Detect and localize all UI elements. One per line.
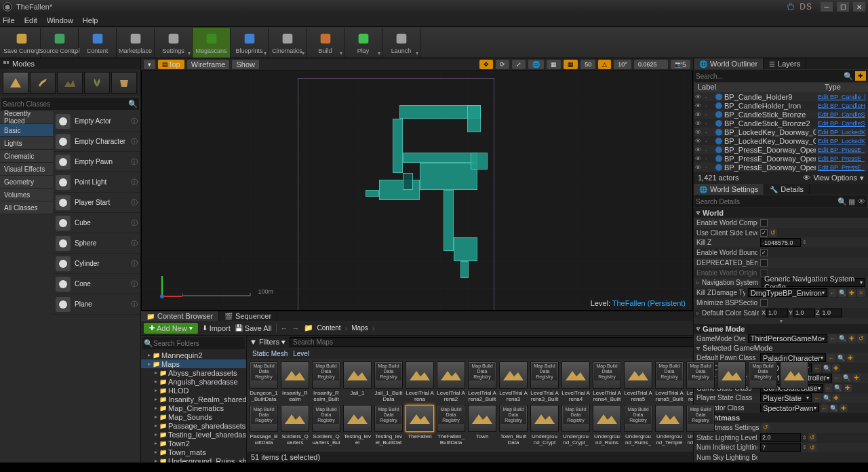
static-level-input[interactable] <box>760 433 801 442</box>
chk-client-side[interactable]: ✓ <box>760 229 768 237</box>
transform-rotate[interactable]: ⟳ <box>496 60 509 69</box>
info-icon[interactable]: ⓘ <box>131 218 138 228</box>
os-taskbar[interactable] <box>0 463 868 472</box>
visibility-icon[interactable]: 👁 <box>695 94 703 100</box>
menu-edit[interactable]: Edit <box>24 16 37 24</box>
visibility-icon[interactable]: 👁 <box>695 146 703 153</box>
tab-sequencer[interactable]: 🎬 Sequencer <box>219 311 277 321</box>
grid-snap-value[interactable]: 50 <box>580 60 595 69</box>
save-all-button[interactable]: 💾 Save All <box>235 324 272 332</box>
angle-snap[interactable]: △ <box>598 60 611 69</box>
section-gamemode[interactable]: ▿ Game Mode <box>694 324 868 334</box>
scale-snap-value[interactable]: 0.0625 <box>634 60 668 69</box>
mode-landscape[interactable] <box>57 72 83 94</box>
viewport-mode-button[interactable]: ▤ Top <box>158 60 184 69</box>
visibility-icon[interactable]: 👁 <box>695 129 703 136</box>
outliner-row[interactable]: 👁·BP_PressE_Doorway_OpenClose10Edit BP_P… <box>694 145 868 154</box>
asset-item[interactable]: Town <box>468 405 496 446</box>
marketplace-icon[interactable] <box>786 2 795 12</box>
asset-item[interactable]: Map BuildData RegistryInsanity_Realm_Bui… <box>312 361 340 402</box>
crumb-maps[interactable]: Maps <box>351 324 368 332</box>
folder-row[interactable]: ▸📁Testing_level_sharedassets <box>141 430 246 439</box>
asset-item[interactable]: TheFallen <box>406 405 434 446</box>
asset-item[interactable]: Map BuildData RegistryTown_Built Data <box>499 405 528 446</box>
expand-arrow[interactable]: ▾ <box>694 318 868 324</box>
asset-item[interactable]: Map BuildData RegistrySoldiers_Quarters_… <box>312 405 340 446</box>
folders-search[interactable]: 🔍 <box>142 337 245 349</box>
add-new-button[interactable]: ✚ Add New ▾ <box>144 323 198 334</box>
asset-item[interactable]: LevelTrial Arena <box>406 361 434 402</box>
category-cinematic[interactable]: Cinematic <box>0 150 53 163</box>
category-visual-effects[interactable]: Visual Effects <box>0 163 53 176</box>
matrix-icon[interactable]: ▦ <box>847 197 856 206</box>
add-icon[interactable]: ✚ <box>848 289 856 297</box>
mode-place[interactable] <box>3 72 28 94</box>
section-selected-gm[interactable]: ▿ Selected GameMode <box>694 344 868 353</box>
edit-link[interactable]: Edit BP_CandleS <box>818 111 867 118</box>
asset-item[interactable]: Map BuildData RegistryJail_1_Built Data <box>374 361 403 402</box>
toolbar-launch[interactable]: Launch▾ <box>382 28 420 58</box>
asset-item[interactable]: Map BuildData RegistryUnderground_Ruins_… <box>624 405 652 446</box>
place-item[interactable]: Empty Pawnⓘ <box>53 152 140 172</box>
info-icon[interactable]: ⓘ <box>131 178 138 187</box>
outliner-list[interactable]: 👁·BP_Candle_Holder9Edit BP_Candle_l👁·BP_… <box>694 92 868 172</box>
tab-content-browser[interactable]: 📁 Content Browser <box>141 311 219 321</box>
place-item[interactable]: Player Startⓘ <box>53 193 140 213</box>
colx[interactable] <box>766 309 788 317</box>
asset-item[interactable]: LevelTrial Arena3 <box>499 361 528 402</box>
asset-item[interactable]: Map BuildData RegistryDungeon_1_BuiltDat… <box>250 361 278 402</box>
category-basic[interactable]: Basic <box>0 124 53 137</box>
filters-button[interactable]: ▼ Filters ▾ <box>250 338 285 347</box>
nav-forward[interactable]: → <box>292 324 300 332</box>
coly[interactable] <box>793 309 815 317</box>
toolbar-settings[interactable]: Settings▾ <box>155 28 193 58</box>
place-item[interactable]: Cylinderⓘ <box>53 254 140 274</box>
reset-icon[interactable]: ↺ <box>762 423 770 431</box>
place-item[interactable]: Planeⓘ <box>53 294 140 315</box>
info-icon[interactable]: ⓘ <box>131 157 138 167</box>
folders-search-input[interactable] <box>153 340 243 347</box>
tab-details[interactable]: 🔧 Details <box>764 184 810 195</box>
folder-row[interactable]: ▸📁Maps <box>141 359 246 368</box>
edit-link[interactable]: Edit BP_PressE_ <box>818 155 867 162</box>
outliner-row[interactable]: 👁·BP_PressE_Doorway_OpenClose11Edit BP_P… <box>694 154 868 163</box>
transform-scale[interactable]: ⤢ <box>512 60 526 69</box>
info-icon[interactable]: ⓘ <box>131 198 138 208</box>
nav-back-icon[interactable]: ← <box>829 289 837 297</box>
angle-snap-value[interactable]: 10° <box>614 60 631 69</box>
ps-combo[interactable]: PlayerState▾ <box>760 393 812 402</box>
colz[interactable] <box>821 309 842 317</box>
viewport-show-button[interactable]: Show <box>232 60 259 69</box>
killzd-combo[interactable]: DmgTypeBP_Environ▾ <box>748 288 827 297</box>
details-search-input[interactable] <box>696 198 837 205</box>
viewport[interactable]: 100m Level: TheFallen (Persistent) <box>141 71 693 311</box>
category-lights[interactable]: Lights <box>0 137 53 150</box>
nav-combo[interactable]: Generic Navigation System Config▾ <box>762 278 865 287</box>
visibility-icon[interactable]: 👁 <box>695 120 703 127</box>
surface-snap[interactable]: ▦ <box>547 60 561 69</box>
section-world[interactable]: ▿ World <box>694 208 868 218</box>
outliner-row[interactable]: 👁·BP_LockedKey_Doorway_OpenCloseEdit BP_… <box>694 127 868 136</box>
asset-item[interactable]: LevelTrial Arena2 <box>437 361 465 402</box>
info-icon[interactable]: ⓘ <box>131 117 138 126</box>
folder-row[interactable]: ▸📁Insanity_Realm_sharedass <box>141 395 246 404</box>
folder-row[interactable]: ▸📁HLOD <box>141 386 246 395</box>
mode-foliage[interactable] <box>84 72 110 94</box>
asset-item[interactable]: Map BuildData RegistryTesting_level_Buil… <box>374 405 403 446</box>
menu-window[interactable]: Window <box>47 16 73 24</box>
crumb-content[interactable]: Content <box>317 324 341 332</box>
outliner-row[interactable]: 👁·BP_LockedKey_Doorway_OpenCloseEdit BP_… <box>694 136 868 145</box>
chk-world-bounds[interactable]: ✓ <box>760 249 768 256</box>
clear-icon[interactable]: ✕ <box>857 289 865 297</box>
asset-item[interactable]: Map BuildData RegistryLevelTrial Arena4_… <box>593 361 621 402</box>
place-item[interactable]: Cubeⓘ <box>53 213 140 233</box>
mode-brush[interactable] <box>111 72 137 94</box>
toolbar-megascans[interactable]: Megascans <box>193 28 231 58</box>
asset-item[interactable]: Underground_Ruins <box>593 405 621 446</box>
outliner-row[interactable]: 👁·BP_Candle_Holder9Edit BP_Candle_l <box>694 92 868 101</box>
edit-link[interactable]: Edit BP_LockedK <box>818 129 867 136</box>
place-item[interactable]: Empty Characterⓘ <box>53 132 140 152</box>
asset-item[interactable]: Testing_level <box>343 405 372 446</box>
killz-input[interactable] <box>760 238 801 247</box>
filter-chip[interactable]: Static Mesh <box>252 350 288 357</box>
